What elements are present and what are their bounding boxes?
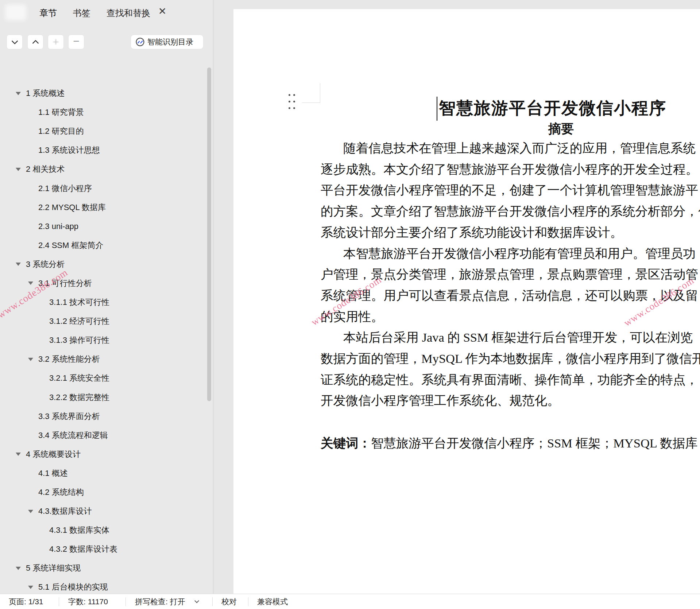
- proofread-button[interactable]: 校对: [221, 594, 237, 609]
- keywords-label: 关键词：: [321, 436, 371, 450]
- document-text-line[interactable]: 系统管理。用户可以查看景点信息，活动信息，还可以购票，以及留: [321, 287, 698, 304]
- document-text-line[interactable]: 平台开发微信小程序管理的不足，创建了一个计算机管理智慧旅游平: [321, 182, 698, 198]
- divider: [212, 597, 213, 606]
- paragraph-drag-handle-icon[interactable]: [289, 94, 296, 111]
- text-cursor: [437, 97, 437, 121]
- document-text-line[interactable]: 本站后台采用 Java 的 SSM 框架进行后台管理开发，可以在浏览: [343, 329, 693, 346]
- document-text-line[interactable]: 逐步成熟。本文介绍了智慧旅游平台开发微信小程序的开发全过程。: [321, 161, 698, 178]
- page-indicator[interactable]: 页面: 1/31: [9, 594, 43, 609]
- document-text-line[interactable]: 系统设计部分主要介绍了系统功能设计和数据库设计。: [321, 224, 623, 241]
- keywords-line[interactable]: 关键词：智慧旅游平台开发微信小程序；SSM 框架；MYSQL 数据库: [321, 435, 698, 451]
- status-bar: 页面: 1/31 字数: 11170 拼写检查: 打开 校对 兼容模式: [0, 594, 700, 609]
- document-text-line[interactable]: 本智慧旅游平台开发微信小程序功能有管理员和用户。管理员功: [343, 245, 696, 262]
- word-count[interactable]: 字数: 11170: [68, 594, 108, 609]
- abstract-heading[interactable]: 摘要: [548, 120, 574, 137]
- document-text-line[interactable]: 随着信息技术在管理上越来越深入而广泛的应用，管理信息系统: [343, 140, 696, 156]
- app-window: 章节 书签 查找和替换 ✕ + − 智能识别目录 1 系统概述1.1 研究背景1…: [0, 0, 700, 609]
- chevron-down-icon[interactable]: [194, 598, 199, 603]
- document-text-line[interactable]: 的方案。文章介绍了智慧旅游平台开发微信小程序的系统分析部分，包: [321, 203, 700, 220]
- document-text-line[interactable]: 证系统的稳定性。系统具有界面清晰、操作简单，功能齐全的特点，: [321, 371, 698, 388]
- document-text-line[interactable]: 数据方面的管理，MySQL 作为本地数据库，微信小程序用到了微信开: [321, 350, 700, 367]
- keywords-text: 智慧旅游平台开发微信小程序；SSM 框架；MYSQL 数据库: [371, 436, 698, 450]
- divider: [248, 597, 248, 606]
- divider: [59, 597, 59, 606]
- anchor-corner-mark: [302, 83, 320, 103]
- document-text-line[interactable]: 开发微信小程序管理工作系统化、规范化。: [321, 392, 560, 409]
- compatibility-mode-button[interactable]: 兼容模式: [257, 594, 288, 609]
- divider: [125, 597, 126, 606]
- document-title[interactable]: 智慧旅游平台开发微信小程序: [439, 96, 666, 121]
- spell-check-toggle[interactable]: 拼写检查: 打开: [135, 594, 185, 609]
